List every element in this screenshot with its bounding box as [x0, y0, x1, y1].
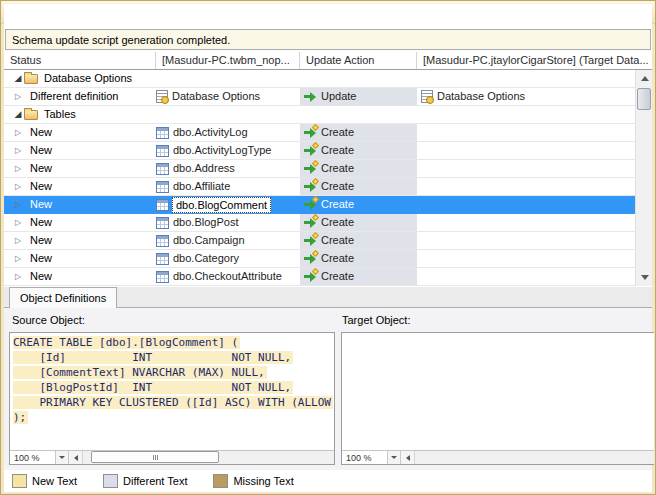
status-text: New	[30, 160, 52, 177]
expand-icon[interactable]: ▷	[12, 250, 24, 267]
source-object-cell: dbo.Category	[156, 250, 300, 267]
database-options-icon	[421, 90, 433, 103]
expand-icon[interactable]: ▷	[12, 160, 24, 177]
target-object-name: Database Options	[437, 88, 525, 105]
expand-icon[interactable]: ▷	[12, 232, 24, 249]
target-horizontal-scrollbar[interactable]	[414, 451, 654, 464]
update-arrow-icon	[304, 92, 316, 102]
table-icon	[156, 127, 169, 139]
table-row-dbo-activitylogtype[interactable]: ▷Newdbo.ActivityLogTypeCreate	[4, 142, 652, 160]
source-zoom-strip: 100 %	[10, 450, 334, 464]
create-arrow-icon	[304, 200, 316, 210]
group-label: Database Options	[44, 70, 132, 87]
expand-icon[interactable]: ▷	[12, 214, 24, 231]
status-cell: ▷New	[4, 142, 156, 159]
table-row-dbo-address[interactable]: ▷Newdbo.AddressCreate	[4, 160, 652, 178]
source-object-name: dbo.ActivityLog	[173, 124, 248, 141]
source-zoom-level[interactable]: 100 %	[10, 451, 56, 464]
expand-icon[interactable]: ▷	[12, 196, 24, 213]
update-action-cell[interactable]: Update	[300, 88, 417, 105]
expand-icon[interactable]: ▷	[12, 268, 24, 285]
target-code-view[interactable]	[342, 333, 654, 450]
action-text: Update	[321, 88, 356, 105]
status-text: New	[30, 250, 52, 267]
table-row-database-options[interactable]: ▷Different definitionDatabase OptionsUpd…	[4, 88, 652, 106]
table-row-dbo-blogcomment[interactable]: ▷Newdbo.BlogCommentCreate	[4, 196, 652, 214]
update-action-cell[interactable]: Create	[300, 142, 417, 159]
expand-icon[interactable]: ▷	[12, 142, 24, 159]
update-action-cell[interactable]: Create	[300, 196, 417, 213]
scroll-up-button[interactable]	[636, 70, 652, 87]
arrow-left-icon	[74, 455, 78, 461]
update-action-cell[interactable]: Create	[300, 178, 417, 195]
scroll-down-button[interactable]	[636, 269, 652, 286]
source-object-name: dbo.Campaign	[173, 232, 245, 249]
target-object-label: Target Object:	[342, 314, 410, 326]
source-code-view[interactable]: CREATE TABLE [dbo].[BlogComment] ( [Id] …	[10, 333, 334, 450]
legend-label: New Text	[32, 475, 77, 487]
arrow-down-icon	[641, 275, 649, 280]
chevron-down-icon	[391, 456, 397, 459]
collapse-icon[interactable]: ◢	[12, 70, 24, 87]
column-header-update-action[interactable]: Update Action	[300, 52, 417, 69]
target-object-cell	[417, 160, 652, 177]
source-object-name: dbo.ActivityLogType	[173, 142, 271, 159]
status-text: New	[30, 142, 52, 159]
expand-icon[interactable]: ▷	[12, 178, 24, 195]
table-row-dbo-category[interactable]: ▷Newdbo.CategoryCreate	[4, 250, 652, 268]
update-action-cell[interactable]: Create	[300, 268, 417, 285]
tab-object-definitions[interactable]: Object Definitions	[9, 287, 117, 308]
column-header-status[interactable]: Status	[4, 52, 156, 69]
target-zoom-level[interactable]: 100 %	[342, 451, 388, 464]
source-object-name: dbo.Category	[173, 250, 239, 267]
expand-icon[interactable]: ▷	[12, 88, 24, 105]
tab-row: Object Definitions	[4, 287, 652, 308]
column-header-source[interactable]: [Masudur-PC.twbm_nop...	[156, 52, 300, 69]
target-object-pane: 100 %	[341, 332, 654, 465]
collapse-icon[interactable]: ◢	[12, 106, 24, 123]
target-object-cell	[417, 142, 652, 159]
sql-code-line: [Id] INT NOT NULL,	[13, 350, 334, 365]
group-row-database-options[interactable]: ◢Database Options	[4, 70, 652, 88]
create-arrow-icon	[304, 164, 316, 174]
expand-icon[interactable]: ▷	[12, 124, 24, 141]
table-row-dbo-affiliate[interactable]: ▷Newdbo.AffiliateCreate	[4, 178, 652, 196]
create-arrow-icon	[304, 218, 316, 228]
vertical-scrollbar[interactable]	[635, 70, 652, 286]
source-horizontal-scrollbar[interactable]	[82, 451, 334, 464]
target-object-cell	[417, 178, 652, 195]
legend-bar: New TextDifferent TextMissing Text	[4, 470, 652, 492]
table-row-dbo-campaign[interactable]: ▷Newdbo.CampaignCreate	[4, 232, 652, 250]
source-object-name: dbo.BlogComment	[172, 197, 271, 213]
update-action-cell[interactable]: Create	[300, 232, 417, 249]
target-object-cell: Database Options	[417, 88, 652, 105]
table-row-dbo-checkoutattribute[interactable]: ▷Newdbo.CheckoutAttributeCreate	[4, 268, 652, 286]
column-header-target[interactable]: [Masudur-PC.jtaylorCigarStore] (Target D…	[417, 52, 652, 69]
folder-icon	[24, 110, 38, 120]
target-object-cell	[417, 250, 652, 267]
source-zoom-dropdown[interactable]	[56, 451, 69, 464]
legend-swatch	[103, 474, 118, 488]
status-text: Different definition	[30, 88, 118, 105]
group-row-tables[interactable]: ◢Tables	[4, 106, 652, 124]
target-scroll-left-button[interactable]	[401, 451, 414, 464]
action-text: Create	[321, 124, 354, 141]
update-action-cell[interactable]: Create	[300, 160, 417, 177]
source-scrollbar-thumb[interactable]	[91, 451, 219, 463]
update-action-cell[interactable]: Create	[300, 250, 417, 267]
sql-code-line: CREATE TABLE [dbo].[BlogComment] (	[13, 335, 334, 350]
table-row-dbo-blogpost[interactable]: ▷Newdbo.BlogPostCreate	[4, 214, 652, 232]
target-zoom-dropdown[interactable]	[388, 451, 401, 464]
source-scroll-left-button[interactable]	[69, 451, 82, 464]
arrow-up-icon	[641, 76, 649, 81]
target-object-cell	[417, 268, 652, 285]
status-text: New	[30, 178, 52, 195]
update-action-cell[interactable]: Create	[300, 214, 417, 231]
update-action-cell[interactable]: Create	[300, 124, 417, 141]
table-row-dbo-activitylog[interactable]: ▷Newdbo.ActivityLogCreate	[4, 124, 652, 142]
source-object-name: dbo.CheckoutAttribute	[173, 268, 282, 285]
scrollbar-thumb[interactable]	[637, 88, 651, 110]
source-object-cell: dbo.Affiliate	[156, 178, 300, 195]
target-object-cell	[417, 214, 652, 231]
legend-item-different-text: Different Text	[103, 474, 187, 488]
